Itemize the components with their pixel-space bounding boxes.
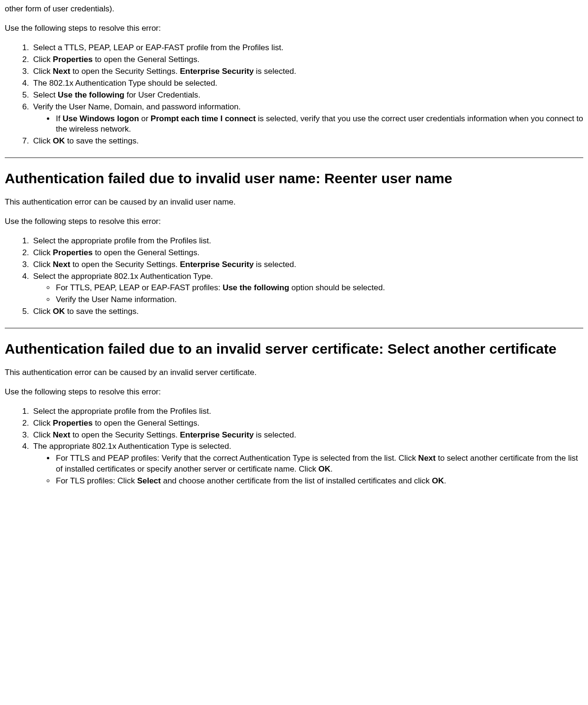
list-item: Select the appropriate profile from the …: [31, 236, 583, 247]
sublist: For TTLS, PEAP, LEAP or EAP-FAST profile…: [33, 283, 583, 305]
section3-resolve: Use the following steps to resolve this …: [5, 387, 583, 398]
list-item: Click Properties to open the General Set…: [31, 248, 583, 259]
section3-heading: Authentication failed due to an invalid …: [5, 340, 583, 358]
list-item: For TTLS, PEAP, LEAP or EAP-FAST profile…: [55, 283, 583, 294]
list-item: Click OK to save the settings.: [31, 306, 583, 317]
divider: [5, 157, 583, 158]
list-item: Click Properties to open the General Set…: [31, 54, 583, 65]
intro-resolve: Use the following steps to resolve this …: [5, 23, 583, 34]
list-item: Select the appropriate profile from the …: [31, 406, 583, 417]
section2-steps: Select the appropriate profile from the …: [5, 236, 583, 318]
list-item: Verify the User Name information.: [55, 294, 583, 305]
list-item: Select the appropriate 802.1x Authentica…: [31, 271, 583, 306]
list-item: If Use Windows logon or Prompt each time…: [55, 114, 583, 135]
list-item: Click Next to open the Security Settings…: [31, 66, 583, 77]
sublist: If Use Windows logon or Prompt each time…: [33, 114, 583, 135]
intro-fragment: other form of user credentials).: [5, 4, 583, 15]
section2-resolve: Use the following steps to resolve this …: [5, 216, 583, 227]
sublist: For TTLS and PEAP profiles: Verify that …: [33, 453, 583, 487]
section2-heading: Authentication failed due to invalid use…: [5, 170, 583, 187]
list-item: Click Properties to open the General Set…: [31, 418, 583, 429]
list-item: Verify the User Name, Domain, and passwo…: [31, 102, 583, 135]
section2-desc: This authentication error can be caused …: [5, 197, 583, 208]
section3-steps: Select the appropriate profile from the …: [5, 406, 583, 487]
list-item: Click Next to open the Security Settings…: [31, 259, 583, 270]
list-item: Click OK to save the settings.: [31, 136, 583, 147]
section3-desc: This authentication error can be caused …: [5, 367, 583, 378]
list-item: The 802.1x Authentication Type should be…: [31, 78, 583, 89]
list-item: For TTLS and PEAP profiles: Verify that …: [55, 453, 583, 475]
section1-steps: Select a TTLS, PEAP, LEAP or EAP-FAST pr…: [5, 43, 583, 147]
list-item: Select Use the following for User Creden…: [31, 90, 583, 101]
list-item: Click Next to open the Security Settings…: [31, 430, 583, 441]
divider: [5, 328, 583, 329]
list-item: Select a TTLS, PEAP, LEAP or EAP-FAST pr…: [31, 43, 583, 54]
list-item: The appropriate 802.1x Authentication Ty…: [31, 441, 583, 487]
list-item: For TLS profiles: Click Select and choos…: [55, 476, 583, 487]
